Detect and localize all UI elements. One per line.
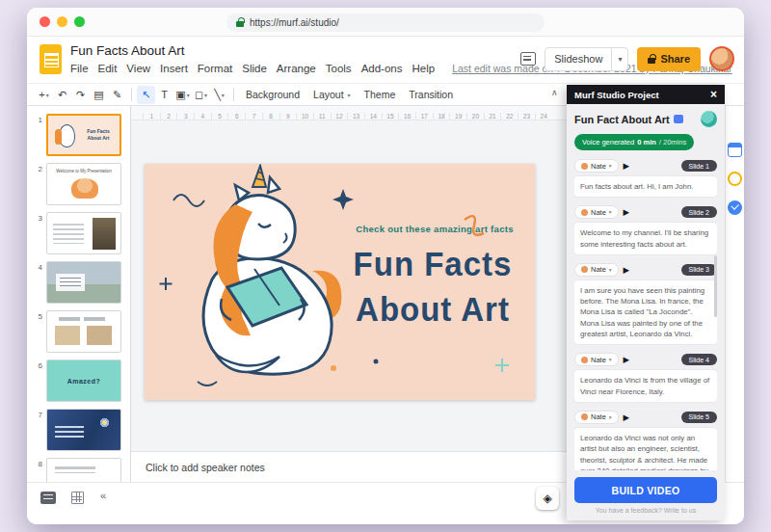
ruler-tick: 14 xyxy=(364,113,382,120)
voice-total: / 20mins xyxy=(659,138,686,146)
redo-icon[interactable]: ↷ xyxy=(71,86,90,104)
select-tool-icon[interactable]: ↖ xyxy=(137,86,155,104)
ssl-lock-icon xyxy=(236,21,244,27)
text-box-icon[interactable]: T xyxy=(155,86,173,104)
menu-tools[interactable]: Tools xyxy=(326,63,352,74)
menu-format[interactable]: Format xyxy=(198,63,232,74)
thumbnail-preview[interactable] xyxy=(46,310,121,353)
script-text[interactable]: I am sure you have seen this painting be… xyxy=(574,280,717,344)
slide-thumbnail-8[interactable]: 8 xyxy=(33,458,130,482)
current-slide[interactable]: Check out these amazing art facts Fun Fa… xyxy=(145,164,535,400)
slide-thumbnail-5[interactable]: 5 xyxy=(33,310,130,353)
menu-addons[interactable]: Add-ons xyxy=(361,63,403,74)
menu-file[interactable]: File xyxy=(70,63,89,74)
thumbnail-preview[interactable] xyxy=(46,261,121,304)
play-button[interactable]: ▶ xyxy=(624,265,630,275)
slide-thumbnail-4[interactable]: 4 xyxy=(33,261,130,304)
voice-selector[interactable]: Nate▾ xyxy=(574,159,619,173)
toolbar-tools: +▾↶↷▤✎↖T▣▾◻▾╲▾ xyxy=(35,86,239,104)
speaker-notes-placeholder: Click to add speaker notes xyxy=(146,462,265,473)
new-slide-icon[interactable]: +▾ xyxy=(35,86,53,104)
voice-selector[interactable]: Nate▾ xyxy=(574,263,619,277)
script-text[interactable]: Leonardo da Vinci was not only an artist… xyxy=(574,428,717,470)
tasks-icon[interactable] xyxy=(728,200,742,215)
toolbar-transition-button[interactable]: Transition xyxy=(402,87,460,102)
paint-format-icon[interactable]: ✎ xyxy=(108,86,126,104)
filmstrip-view-icon[interactable] xyxy=(40,492,56,504)
voice-selector[interactable]: Nate▾ xyxy=(574,205,619,219)
calendar-icon[interactable] xyxy=(728,143,742,157)
voice-selector[interactable]: Nate▾ xyxy=(574,353,619,366)
chat-bubble-icon[interactable] xyxy=(674,115,683,123)
undo-icon[interactable]: ↶ xyxy=(53,86,71,104)
url-text: https://murf.ai/studio/ xyxy=(250,17,339,28)
minimize-window-button[interactable] xyxy=(57,16,67,27)
menu-slide[interactable]: Slide xyxy=(242,63,267,74)
thumbnail-preview[interactable] xyxy=(46,409,121,451)
thumbnail-preview[interactable] xyxy=(46,212,121,254)
scrollbar-thumb[interactable] xyxy=(714,255,717,317)
insert-shape-icon[interactable]: ◻▾ xyxy=(192,86,210,104)
menu-arrange[interactable]: Arrange xyxy=(277,63,316,74)
slide-thumbnail-7[interactable]: 7 xyxy=(33,409,130,451)
murf-project-title[interactable]: Fun Fact About Art xyxy=(574,114,670,125)
slides-logo-icon[interactable] xyxy=(40,44,62,74)
url-bar[interactable]: https://murf.ai/studio/ xyxy=(226,13,545,32)
thumbnail-preview[interactable]: Amazed? xyxy=(46,359,121,402)
voice-avatar-icon xyxy=(581,413,588,420)
menu-help[interactable]: Help xyxy=(412,63,435,74)
slideshow-button[interactable]: Slideshow ▾ xyxy=(545,47,628,71)
play-button[interactable]: ▶ xyxy=(624,161,630,171)
slide-number: 5 xyxy=(33,310,42,353)
user-avatar[interactable] xyxy=(709,46,734,71)
slide-number: 2 xyxy=(33,163,42,205)
slide-thumbnail-1[interactable]: 1Fun Facts About Art xyxy=(33,114,130,156)
slide-thumbnail-2[interactable]: 2Welcome to My Presentation xyxy=(33,163,130,205)
print-icon[interactable]: ▤ xyxy=(90,86,108,104)
comments-icon[interactable] xyxy=(520,52,536,66)
hide-menus-icon[interactable]: ∧ xyxy=(551,88,558,97)
explore-button[interactable]: ◈ xyxy=(536,487,559,510)
feedback-link[interactable]: You have a feedback? Write to us xyxy=(567,507,725,520)
zoom-window-button[interactable] xyxy=(74,16,85,27)
script-text[interactable]: Leonardo da Vinci is from the village of… xyxy=(574,370,717,402)
collapse-filmstrip-icon[interactable]: « xyxy=(100,490,106,501)
thumbnail-preview[interactable]: Welcome to My Presentation xyxy=(46,163,121,205)
menu-insert[interactable]: Insert xyxy=(160,63,188,74)
toolbar-theme-button[interactable]: Theme xyxy=(358,87,403,102)
slideshow-label: Slideshow xyxy=(545,53,611,65)
play-button[interactable]: ▶ xyxy=(624,412,630,422)
insert-line-icon[interactable]: ╲▾ xyxy=(210,86,228,104)
toolbar-buttons: BackgroundLayout▾ThemeTransition xyxy=(239,87,460,102)
murf-block-slide-3: Nate▾▶Slide 3I am sure you have seen thi… xyxy=(574,263,717,344)
close-icon[interactable]: × xyxy=(710,89,717,100)
keep-icon[interactable] xyxy=(728,172,742,186)
script-text[interactable]: Welcome to my channel. I'll be sharing s… xyxy=(574,223,717,254)
slide-thumbnail-6[interactable]: 6Amazed? xyxy=(33,359,130,402)
play-button[interactable]: ▶ xyxy=(624,207,630,217)
slideshow-caret-icon[interactable]: ▾ xyxy=(612,55,627,64)
voice-selector[interactable]: Nate▾ xyxy=(574,411,619,424)
ruler-tick: 8 xyxy=(262,113,279,120)
slide-title-text[interactable]: Fun Facts About Art xyxy=(339,242,526,332)
toolbar-layout-button[interactable]: Layout▾ xyxy=(306,87,358,102)
slide-thumbnail-3[interactable]: 3 xyxy=(33,212,130,254)
close-window-button[interactable] xyxy=(40,16,50,27)
build-video-button[interactable]: BUILD VIDEO xyxy=(574,477,717,503)
menu-edit[interactable]: Edit xyxy=(98,63,118,74)
thumbnail-preview[interactable]: Fun Facts About Art xyxy=(46,114,121,156)
explore-icon: ◈ xyxy=(543,492,551,505)
share-button[interactable]: Share xyxy=(637,47,701,71)
menu-view[interactable]: View xyxy=(126,63,150,74)
document-title[interactable]: Fun Facts About Art xyxy=(70,43,185,58)
play-button[interactable]: ▶ xyxy=(624,355,630,364)
thumbnail-preview[interactable] xyxy=(46,458,121,482)
grid-view-icon[interactable] xyxy=(71,492,84,504)
slide-kicker-text[interactable]: Check out these amazing art facts xyxy=(347,224,522,234)
murf-avatar[interactable] xyxy=(701,111,717,127)
script-text[interactable]: Fun facts about art. Hi, I am John. xyxy=(574,176,717,197)
ruler-tick: 22 xyxy=(500,113,518,120)
toolbar-background-button[interactable]: Background xyxy=(239,87,306,102)
ruler-tick: 19 xyxy=(449,113,466,120)
insert-image-icon[interactable]: ▣▾ xyxy=(173,86,192,104)
